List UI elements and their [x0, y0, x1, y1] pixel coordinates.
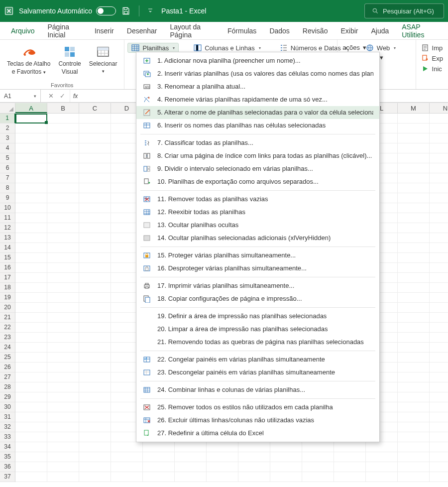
cell[interactable] [47, 353, 79, 363]
btn-acoes[interactable]: ações▾ [342, 44, 383, 51]
cell[interactable] [15, 303, 47, 313]
cell[interactable] [302, 472, 334, 482]
row-header[interactable]: 23 [0, 333, 15, 343]
col-header[interactable]: C [79, 103, 111, 113]
row-header[interactable]: 2 [0, 123, 15, 133]
row-header[interactable]: 32 [0, 422, 15, 432]
cell[interactable] [15, 133, 47, 143]
cell[interactable] [430, 253, 448, 263]
cell[interactable] [398, 402, 430, 412]
cell[interactable] [175, 452, 207, 462]
cell[interactable] [398, 442, 430, 452]
cell[interactable] [398, 283, 430, 293]
autosave-control[interactable]: Salvamento Automático [19, 6, 116, 15]
btn-planilhas[interactable]: Planilhas▾ [127, 43, 179, 53]
cell[interactable] [79, 452, 111, 462]
menu-item[interactable]: ab|3. Renomear a planilha atual... [136, 80, 379, 93]
cell[interactable] [79, 223, 111, 233]
cell[interactable] [398, 263, 430, 273]
tab-inserir[interactable]: Inserir [89, 24, 120, 38]
cell[interactable] [366, 442, 398, 452]
cell[interactable] [79, 243, 111, 253]
cell[interactable] [398, 293, 430, 303]
cell[interactable] [47, 422, 79, 432]
cell[interactable] [15, 273, 47, 283]
cell[interactable] [207, 462, 238, 472]
menu-item[interactable]: 12. Reexibir todas as planilhas [136, 206, 379, 219]
cell[interactable] [47, 313, 79, 323]
cell[interactable] [79, 323, 111, 333]
row-header[interactable]: 3 [0, 133, 15, 143]
row-header[interactable]: 35 [0, 452, 15, 462]
cell[interactable] [398, 303, 430, 313]
cell[interactable] [47, 462, 79, 472]
cell[interactable] [47, 183, 79, 193]
cell[interactable] [79, 412, 111, 422]
cell[interactable] [270, 472, 302, 482]
menu-item[interactable]: 26. Excluir últimas linhas/colunas não u… [136, 414, 379, 427]
cell[interactable] [143, 462, 175, 472]
cell[interactable] [47, 333, 79, 343]
row-header[interactable]: 8 [0, 183, 15, 193]
cell[interactable] [79, 123, 111, 133]
cell[interactable] [47, 273, 79, 283]
row-header[interactable]: 13 [0, 233, 15, 243]
cell[interactable] [47, 402, 79, 412]
cell[interactable] [15, 353, 47, 363]
cell[interactable] [207, 452, 238, 462]
cell[interactable] [238, 442, 270, 452]
cell[interactable] [430, 183, 448, 193]
cell[interactable] [79, 313, 111, 323]
cell[interactable] [79, 263, 111, 273]
row-header[interactable]: 24 [0, 343, 15, 353]
cell[interactable] [430, 223, 448, 233]
row-header[interactable]: 25 [0, 353, 15, 363]
cell[interactable] [47, 452, 79, 462]
cell[interactable] [79, 432, 111, 442]
col-header[interactable]: N [430, 103, 448, 113]
chevron-down-icon[interactable]: ▾ [34, 94, 36, 99]
cell[interactable] [15, 333, 47, 343]
cell[interactable] [398, 412, 430, 422]
cell[interactable] [398, 462, 430, 472]
cell[interactable] [79, 193, 111, 203]
cell[interactable] [47, 432, 79, 442]
menu-item[interactable]: 7. Classificar todas as planilhas... [136, 136, 379, 149]
cell[interactable] [79, 472, 111, 482]
row-header[interactable]: 9 [0, 193, 15, 203]
cell[interactable] [430, 243, 448, 253]
cell[interactable] [430, 333, 448, 343]
cell[interactable] [47, 372, 79, 382]
tab-layout-da-p-gina[interactable]: Layout da Página [164, 20, 221, 42]
row-header[interactable]: 30 [0, 402, 15, 412]
cell[interactable] [430, 432, 448, 442]
row-header[interactable]: 6 [0, 163, 15, 173]
cell[interactable] [47, 412, 79, 422]
cell[interactable] [430, 372, 448, 382]
btn-imp[interactable]: Imp [421, 44, 443, 52]
cell[interactable] [79, 303, 111, 313]
cell[interactable] [430, 163, 448, 173]
cell[interactable] [79, 203, 111, 213]
cell[interactable] [79, 293, 111, 303]
cell[interactable] [175, 472, 207, 482]
cell[interactable] [334, 442, 366, 452]
cell[interactable] [143, 452, 175, 462]
cell[interactable] [111, 462, 143, 472]
cell[interactable] [430, 283, 448, 293]
cell[interactable] [15, 283, 47, 293]
cell[interactable] [143, 472, 175, 482]
row-header[interactable]: 19 [0, 293, 15, 303]
btn-colunas-linhas[interactable]: Colunas e Linhas▾ [190, 43, 264, 53]
tab-revis-o[interactable]: Revisão [297, 24, 334, 38]
cell[interactable] [430, 303, 448, 313]
cell[interactable] [15, 472, 47, 482]
cell[interactable] [79, 273, 111, 283]
row-header[interactable]: 26 [0, 363, 15, 372]
cell[interactable] [79, 333, 111, 343]
cell[interactable] [430, 233, 448, 243]
btn-exp[interactable]: Exp [421, 54, 443, 62]
cell[interactable] [15, 203, 47, 213]
cell[interactable] [398, 193, 430, 203]
menu-item[interactable]: 9. Dividir o intervalo selecionado em vá… [136, 162, 379, 175]
